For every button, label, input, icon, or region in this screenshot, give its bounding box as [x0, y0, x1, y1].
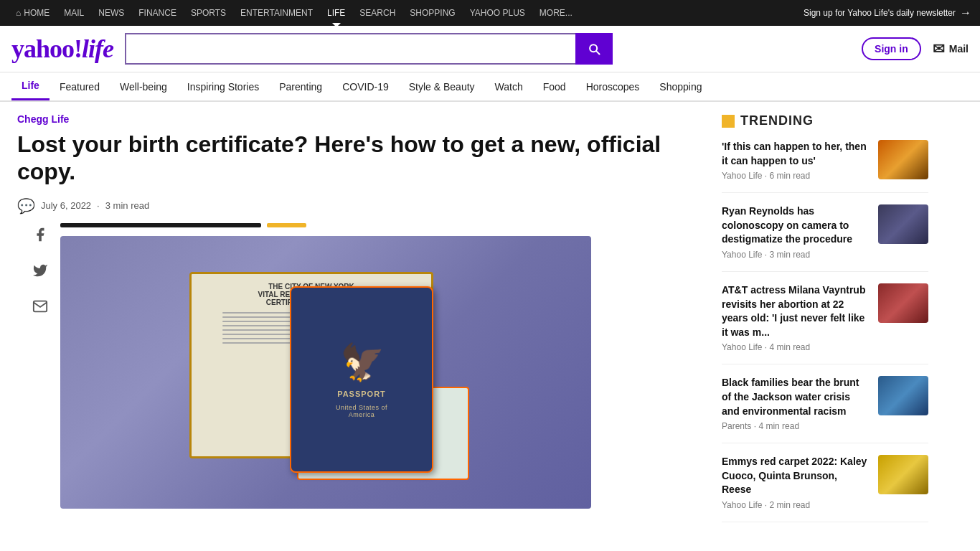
article-title: Lost your birth certificate? Here's how … [17, 131, 693, 186]
sec-nav-wellbeing[interactable]: Well-being [110, 74, 177, 100]
article-read-time: 3 min read [105, 200, 149, 211]
top-nav-life[interactable]: LIFE [320, 0, 352, 26]
social-share [29, 223, 52, 318]
progress-bar-container [60, 223, 693, 227]
top-nav-links: ⌂ HOME MAIL NEWS FINANCE SPORTS ENTERTAI… [9, 0, 580, 26]
sec-nav-life[interactable]: Life [11, 72, 50, 100]
facebook-share-button[interactable] [29, 223, 52, 246]
sec-nav-horoscopes[interactable]: Horoscopes [576, 74, 650, 100]
passport-illustration: THE CITY OF NEW YORKVITAL RECORDS CERTIF… [175, 258, 476, 487]
top-nav-finance[interactable]: FINANCE [131, 0, 184, 26]
yahoo-logo-text: yahoo!life [11, 34, 113, 63]
top-nav-shopping[interactable]: SHOPPING [402, 0, 462, 26]
sec-nav-inspiring-stories[interactable]: Inspiring Stories [177, 74, 269, 100]
twitter-share-button[interactable] [29, 259, 52, 282]
trending-item[interactable]: 'If this can happen to her, then it can … [722, 140, 928, 193]
search-button[interactable] [575, 33, 613, 65]
article-source[interactable]: Chegg Life [17, 113, 693, 125]
sec-nav-featured[interactable]: Featured [50, 74, 110, 100]
secondary-navigation: Life Featured Well-being Inspiring Stori… [0, 72, 980, 102]
comment-icon[interactable]: 💬 [17, 197, 35, 215]
article-image: THE CITY OF NEW YORKVITAL RECORDS CERTIF… [60, 236, 591, 509]
search-icon [587, 42, 601, 56]
trending-item[interactable]: Emmys red carpet 2022: Kaley Cuoco, Quin… [722, 455, 928, 522]
mail-link[interactable]: ✉ Mail [933, 40, 969, 57]
email-share-button[interactable] [29, 295, 52, 318]
trending-item-content: AT&T actress Milana Vayntrub revisits he… [722, 283, 870, 352]
sec-nav-shopping[interactable]: Shopping [649, 74, 712, 100]
life-caret-icon [332, 23, 341, 27]
article-body: THE CITY OF NEW YORKVITAL RECORDS CERTIF… [17, 223, 693, 509]
trending-icon [722, 115, 735, 128]
trending-item[interactable]: Ryan Reynolds has colonoscopy on camera … [722, 204, 928, 272]
trending-item-meta: Yahoo Life · 6 min read [722, 171, 870, 181]
trending-item-title: Ryan Reynolds has colonoscopy on camera … [722, 204, 870, 247]
article-date: July 6, 2022 [41, 200, 91, 211]
top-nav-more[interactable]: MORE... [532, 0, 580, 26]
trending-item-image [878, 455, 928, 494]
article-container: Chegg Life Lost your birth certificate? … [0, 102, 710, 545]
trending-item-title: 'If this can happen to her, then it can … [722, 140, 870, 168]
top-nav-yahoo-plus[interactable]: YAHOO PLUS [463, 0, 532, 26]
search-input[interactable] [125, 33, 575, 65]
passport-country: United States ofAmerica [336, 404, 387, 418]
site-logo[interactable]: yahoo!life [11, 34, 113, 64]
home-icon: ⌂ [16, 8, 21, 18]
trending-item-title: Emmys red carpet 2022: Kaley Cuoco, Quin… [722, 455, 870, 497]
trending-item-image [878, 204, 928, 244]
top-nav-mail[interactable]: MAIL [57, 0, 91, 26]
meta-separator: · [97, 200, 100, 211]
top-nav-news[interactable]: NEWS [91, 0, 131, 26]
sec-nav-style-beauty[interactable]: Style & Beauty [399, 74, 485, 100]
site-header: yahoo!life Sign in ✉ Mail [0, 26, 980, 72]
sign-in-button[interactable]: Sign in [862, 37, 921, 60]
top-nav-home[interactable]: ⌂ HOME [9, 0, 57, 26]
trending-item-image [878, 140, 928, 179]
passport-label: PASSPORT [337, 390, 386, 398]
newsletter-signup[interactable]: Sign up for Yahoo Life's daily newslette… [804, 6, 971, 19]
trending-item-meta: Yahoo Life · 3 min read [722, 250, 870, 260]
trending-item-image [878, 376, 928, 415]
trending-item-image [878, 283, 928, 323]
search-bar [125, 33, 613, 65]
arrow-right-icon: → [960, 6, 971, 19]
eagle-icon: 🦅 [340, 341, 383, 384]
top-nav-entertainment[interactable]: ENTERTAINMENT [233, 0, 320, 26]
progress-bar-yellow [267, 223, 306, 227]
sec-nav-food[interactable]: Food [533, 74, 576, 100]
article-meta: 💬 July 6, 2022 · 3 min read [17, 197, 693, 215]
top-nav-sports[interactable]: SPORTS [184, 0, 233, 26]
trending-title: TRENDING [740, 113, 814, 128]
sec-nav-covid[interactable]: COVID-19 [332, 74, 399, 100]
main-content: Chegg Life Lost your birth certificate? … [0, 102, 980, 545]
trending-item-meta: Parents · 4 min read [722, 421, 870, 431]
header-right: Sign in ✉ Mail [862, 37, 969, 60]
sidebar: TRENDING 'If this can happen to her, the… [710, 102, 940, 545]
top-navigation: ⌂ HOME MAIL NEWS FINANCE SPORTS ENTERTAI… [0, 0, 980, 26]
progress-bar-dark [60, 223, 261, 227]
passport-cover: 🦅 PASSPORT United States ofAmerica [290, 286, 433, 473]
trending-item-content: 'If this can happen to her, then it can … [722, 140, 870, 181]
trending-item-meta: Yahoo Life · 2 min read [722, 500, 870, 510]
trending-item-content: Black families bear the brunt of the Jac… [722, 376, 870, 431]
top-nav-search[interactable]: SEARCH [352, 0, 402, 26]
sec-nav-parenting[interactable]: Parenting [269, 74, 332, 100]
trending-item-content: Ryan Reynolds has colonoscopy on camera … [722, 204, 870, 260]
trending-item[interactable]: Black families bear the brunt of the Jac… [722, 376, 928, 443]
trending-item[interactable]: AT&T actress Milana Vayntrub revisits he… [722, 283, 928, 364]
trending-header: TRENDING [722, 113, 928, 128]
mail-icon: ✉ [933, 40, 945, 57]
trending-item-content: Emmys red carpet 2022: Kaley Cuoco, Quin… [722, 455, 870, 510]
trending-item-title: AT&T actress Milana Vayntrub revisits he… [722, 283, 870, 339]
trending-item-meta: Yahoo Life · 4 min read [722, 342, 870, 352]
sec-nav-watch[interactable]: Watch [485, 74, 533, 100]
trending-item-title: Black families bear the brunt of the Jac… [722, 376, 870, 418]
